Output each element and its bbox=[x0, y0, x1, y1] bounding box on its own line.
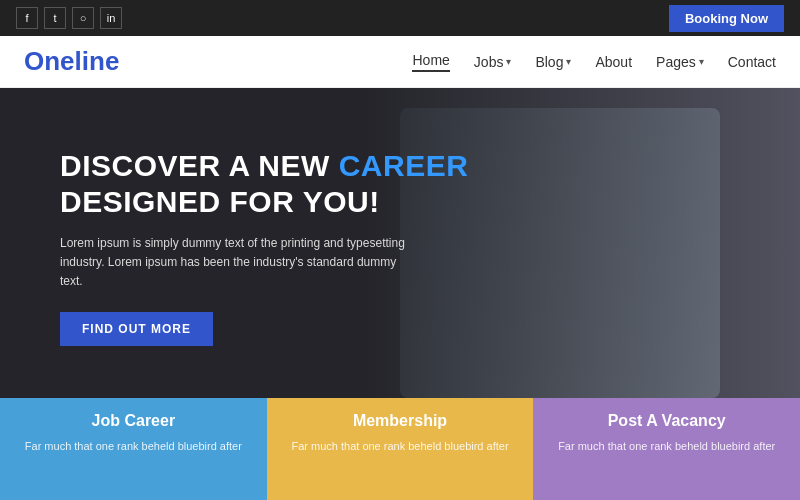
nav-link-jobs[interactable]: Jobs ▾ bbox=[474, 54, 512, 70]
nav-item-home[interactable]: Home bbox=[412, 52, 449, 72]
find-out-more-button[interactable]: FIND OUT MORE bbox=[60, 312, 213, 346]
logo-accent: O bbox=[24, 46, 44, 76]
hero-title-accent: CAREER bbox=[339, 149, 469, 182]
nav-item-about[interactable]: About bbox=[595, 54, 632, 70]
logo-text: neline bbox=[44, 46, 119, 76]
social-icons: f t ○ in bbox=[16, 7, 122, 29]
logo: Oneline bbox=[24, 46, 119, 77]
card-post-vacancy-title: Post A Vacancy bbox=[553, 412, 780, 430]
linkedin-icon[interactable]: in bbox=[100, 7, 122, 29]
card-post-vacancy[interactable]: Post A Vacancy Far much that one rank be… bbox=[533, 398, 800, 500]
facebook-icon[interactable]: f bbox=[16, 7, 38, 29]
nav-item-jobs[interactable]: Jobs ▾ bbox=[474, 54, 512, 70]
nav-item-blog[interactable]: Blog ▾ bbox=[535, 54, 571, 70]
nav-link-blog[interactable]: Blog ▾ bbox=[535, 54, 571, 70]
cards-row: Job Career Far much that one rank beheld… bbox=[0, 398, 800, 500]
blog-arrow: ▾ bbox=[566, 56, 571, 67]
nav-item-pages[interactable]: Pages ▾ bbox=[656, 54, 704, 70]
top-bar: f t ○ in Booking Now bbox=[0, 0, 800, 36]
card-membership-text: Far much that one rank beheld bluebird a… bbox=[287, 438, 514, 455]
twitter-icon[interactable]: t bbox=[44, 7, 66, 29]
nav-link-about[interactable]: About bbox=[595, 54, 632, 70]
hero-title-line1: DISCOVER A NEW bbox=[60, 149, 339, 182]
nav-links: Home Jobs ▾ Blog ▾ About Pages ▾ Contact bbox=[412, 52, 776, 72]
jobs-arrow: ▾ bbox=[506, 56, 511, 67]
card-job-career-title: Job Career bbox=[20, 412, 247, 430]
instagram-icon[interactable]: ○ bbox=[72, 7, 94, 29]
nav-link-contact[interactable]: Contact bbox=[728, 54, 776, 70]
hero-section: DISCOVER A NEW CAREER DESIGNED FOR YOU! … bbox=[0, 88, 800, 398]
card-job-career-text: Far much that one rank beheld bluebird a… bbox=[20, 438, 247, 455]
card-post-vacancy-text: Far much that one rank beheld bluebird a… bbox=[553, 438, 780, 455]
navbar: Oneline Home Jobs ▾ Blog ▾ About Pages ▾… bbox=[0, 36, 800, 88]
nav-link-pages[interactable]: Pages ▾ bbox=[656, 54, 704, 70]
nav-item-contact[interactable]: Contact bbox=[728, 54, 776, 70]
card-membership[interactable]: Membership Far much that one rank beheld… bbox=[267, 398, 534, 500]
hero-title-line2: DESIGNED FOR YOU! bbox=[60, 185, 380, 218]
hero-content: DISCOVER A NEW CAREER DESIGNED FOR YOU! … bbox=[60, 148, 468, 346]
card-job-career[interactable]: Job Career Far much that one rank beheld… bbox=[0, 398, 267, 500]
booking-button[interactable]: Booking Now bbox=[669, 5, 784, 32]
nav-link-home[interactable]: Home bbox=[412, 52, 449, 72]
card-membership-title: Membership bbox=[287, 412, 514, 430]
hero-description: Lorem ipsum is simply dummy text of the … bbox=[60, 234, 420, 292]
hero-title: DISCOVER A NEW CAREER DESIGNED FOR YOU! bbox=[60, 148, 468, 220]
pages-arrow: ▾ bbox=[699, 56, 704, 67]
